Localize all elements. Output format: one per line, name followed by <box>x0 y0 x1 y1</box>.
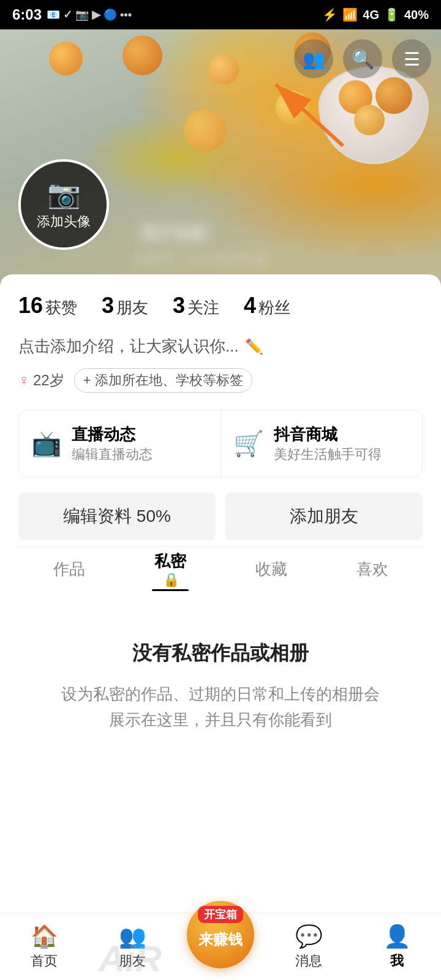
home-icon: 🏠 <box>31 924 58 949</box>
stats-row: 16 获赞 3 朋友 3 关注 4 粉丝 <box>18 293 423 318</box>
bowl-fruit-2 <box>375 77 412 114</box>
header-action-icons: 👥 🔍 ☰ <box>294 39 431 78</box>
live-info: 直播动态 编辑直播动态 <box>72 424 153 464</box>
nav-home[interactable]: 🏠 首页 <box>0 924 88 970</box>
battery-icon: 🔋 <box>384 7 399 22</box>
nav-home-label: 首页 <box>31 952 58 970</box>
likes-label: 获赞 <box>45 297 77 318</box>
earn-main-label: 来赚钱 <box>198 930 243 949</box>
tab-works[interactable]: 作品 <box>18 547 119 591</box>
live-subtitle: 编辑直播动态 <box>72 445 153 464</box>
friends-label: 朋友 <box>116 297 148 318</box>
nav-me-label: 我 <box>390 952 404 970</box>
stat-likes[interactable]: 16 获赞 <box>18 293 77 318</box>
userid-blurred: 抖音号：LLY10336 磁 <box>135 250 266 268</box>
bio-text: 点击添加介绍，让大家认识你... <box>18 336 239 357</box>
menu-icon-button[interactable]: ☰ <box>392 39 431 78</box>
earn-badge[interactable]: 开宝箱 来赚钱 <box>187 901 254 968</box>
lock-icon: 🔒 <box>163 572 179 588</box>
followers-count: 4 <box>244 293 256 318</box>
stat-friends[interactable]: 3 朋友 <box>102 293 148 318</box>
add-tag-button[interactable]: + 添加所在地、学校等标签 <box>74 368 252 393</box>
followers-label: 粉丝 <box>258 297 290 318</box>
avatar-section[interactable]: 📷 添加头像 <box>18 159 109 250</box>
people-icon-button[interactable]: 👥 <box>294 39 333 78</box>
status-bar: 6:03 📧 ✓ 📷 ▶ 🔵 ••• ⚡ 📶 4G 🔋 40% <box>0 0 441 29</box>
bluetooth-icon: ⚡ <box>322 7 337 22</box>
people-icon: 👥 <box>303 48 325 70</box>
likes-count: 16 <box>18 293 43 318</box>
profile-icon: 👤 <box>383 924 411 949</box>
shop-title: 抖音商城 <box>274 424 382 445</box>
nav-friends-label: 朋友 <box>119 952 146 970</box>
signal-icon: 4G <box>363 8 379 22</box>
nav-messages-label: 消息 <box>295 952 322 970</box>
bio-row[interactable]: 点击添加介绍，让大家认识你... ✏️ <box>18 336 423 357</box>
stat-followers[interactable]: 4 粉丝 <box>244 293 290 318</box>
empty-title: 没有私密作品或相册 <box>132 640 309 667</box>
svg-line-1 <box>276 85 343 146</box>
username-area: 用户名称 抖音号：LLY10336 磁 <box>135 220 266 268</box>
nav-friends[interactable]: 👥 朋友 <box>88 924 176 970</box>
tab-collections[interactable]: 收藏 <box>221 547 322 591</box>
fruit-decoration-3 <box>208 54 239 85</box>
shop-info: 抖音商城 美好生活触手可得 <box>274 424 382 464</box>
notification-icons: 📧 ✓ 📷 ▶ 🔵 ••• <box>47 8 132 21</box>
status-right-area: ⚡ 📶 4G 🔋 40% <box>322 7 429 22</box>
status-time-area: 6:03 📧 ✓ 📷 ▶ 🔵 ••• <box>12 6 132 23</box>
add-tag-label: + 添加所在地、学校等标签 <box>83 371 243 390</box>
edit-profile-button[interactable]: 编辑资料 50% <box>18 492 216 540</box>
nav-me[interactable]: 👤 我 <box>353 924 441 970</box>
age-label: 22岁 <box>33 371 64 390</box>
messages-icon: 💬 <box>295 924 323 949</box>
tab-private[interactable]: 私密🔒 <box>119 547 221 591</box>
hamburger-icon: ☰ <box>404 48 420 70</box>
shop-icon: 🛒 <box>233 429 264 458</box>
feature-card-live[interactable]: 📺 直播动态 编辑直播动态 <box>19 410 221 477</box>
friends-icon: 👥 <box>119 924 146 949</box>
fruit-decoration-2 <box>123 36 162 75</box>
empty-description: 设为私密的作品、过期的日常和上传的相册会展示在这里，并且只有你能看到 <box>61 682 380 733</box>
fruit-decoration-1 <box>49 42 83 75</box>
search-icon: 🔍 <box>352 48 374 70</box>
status-time: 6:03 <box>12 6 42 23</box>
camera-icon: 📷 <box>47 178 81 210</box>
fruit-decoration-6 <box>184 109 227 152</box>
stat-following[interactable]: 3 关注 <box>173 293 219 318</box>
following-count: 3 <box>173 293 185 318</box>
profile-section: 16 获赞 3 朋友 3 关注 4 粉丝 点击添加介绍，让大家认识你... ✏️… <box>0 274 441 591</box>
nav-messages[interactable]: 💬 消息 <box>265 924 353 970</box>
live-title: 直播动态 <box>72 424 153 445</box>
username-blurred: 用户名称 <box>135 220 213 246</box>
search-icon-button[interactable]: 🔍 <box>343 39 382 78</box>
feature-card-shop[interactable]: 🛒 抖音商城 美好生活触手可得 <box>221 410 423 477</box>
friends-count: 3 <box>102 293 114 318</box>
add-friend-button[interactable]: 添加朋友 <box>225 492 423 540</box>
earn-tag-label: 开宝箱 <box>198 906 243 923</box>
battery-percent: 40% <box>404 8 429 22</box>
edit-bio-icon[interactable]: ✏️ <box>245 338 263 355</box>
bottom-navigation: 🏠 首页 👥 朋友 开宝箱 来赚钱 💬 消息 👤 我 <box>0 913 441 980</box>
wifi-icon: 📶 <box>342 7 358 22</box>
bowl-fruit-3 <box>354 105 385 135</box>
age-tag: ♀ 22岁 <box>18 371 64 390</box>
profile-banner: 👥 🔍 ☰ 📷 添加头像 用户名称 抖音号：LLY10336 磁 <box>0 29 441 287</box>
nav-earn[interactable]: 开宝箱 来赚钱 <box>176 901 265 968</box>
arrow-annotation <box>257 78 355 152</box>
female-icon: ♀ <box>18 372 29 389</box>
empty-state: 没有私密作品或相册 设为私密的作品、过期的日常和上传的相册会展示在这里，并且只有… <box>0 591 441 848</box>
feature-cards-row: 📺 直播动态 编辑直播动态 🛒 抖音商城 美好生活触手可得 <box>18 410 423 478</box>
action-buttons-row: 编辑资料 50% 添加朋友 <box>18 492 423 540</box>
tab-likes[interactable]: 喜欢 <box>322 547 423 591</box>
live-icon: 📺 <box>31 429 62 458</box>
avatar-circle[interactable]: 📷 添加头像 <box>18 159 109 250</box>
content-tabs: 作品 私密🔒 收藏 喜欢 <box>18 546 423 591</box>
following-label: 关注 <box>187 297 219 318</box>
tags-row: ♀ 22岁 + 添加所在地、学校等标签 <box>18 368 423 393</box>
shop-subtitle: 美好生活触手可得 <box>274 445 382 464</box>
add-avatar-label: 添加头像 <box>37 213 91 231</box>
